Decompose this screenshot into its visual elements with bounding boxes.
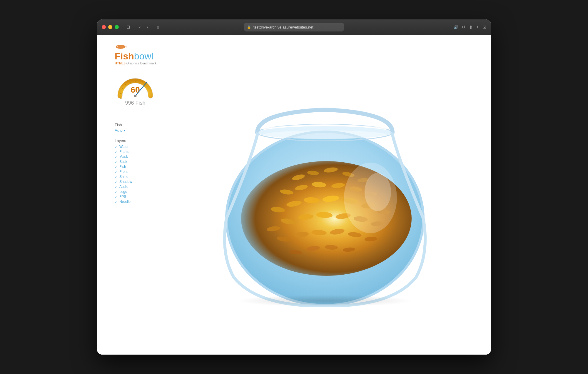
layer-shine-label: Shine	[119, 175, 128, 179]
toolbar-right: 🔊 ↺ ⬆ + ⊡	[454, 24, 486, 30]
layer-item-shine[interactable]: ✓ Shine	[115, 175, 165, 179]
svg-line-7	[120, 98, 122, 99]
fish-icon-area	[115, 44, 165, 51]
layer-frame-label: Frame	[119, 150, 130, 154]
check-needle-icon: ✓	[115, 200, 118, 204]
layer-mask-label: Mask	[119, 155, 128, 159]
fishbowl-svg	[204, 83, 445, 307]
layer-audio-label: Audio	[119, 185, 128, 189]
fish-count-label: 996 Fish	[125, 100, 145, 106]
speedometer-svg: 60 fps	[115, 74, 156, 99]
browser-window: ⊟ ‹ › ⊛ 🔒 testdrive-archive.azurewebsite…	[97, 19, 491, 355]
logo-subtitle: HTML5 Graphics Benchmark	[115, 61, 165, 65]
bowl-shadow	[237, 295, 413, 307]
reload-icon[interactable]: ↺	[462, 25, 465, 29]
layer-item-logo[interactable]: ✓ Logo	[115, 190, 165, 194]
svg-point-59	[365, 173, 391, 211]
layer-item-fish[interactable]: ✓ Fish	[115, 165, 165, 169]
layer-logo-label: Logo	[119, 190, 127, 194]
layer-back-label: Back	[119, 160, 127, 164]
layer-item-front[interactable]: ✓ Front	[115, 170, 165, 174]
check-frame-icon: ✓	[115, 150, 118, 154]
address-bar-wrapper: 🔒 testdrive-archive.azurewebsites.net	[244, 23, 344, 31]
check-fps-icon: ✓	[115, 195, 118, 199]
fish-chevron-icon: ▾	[124, 129, 125, 132]
nav-buttons: ‹ ›	[137, 24, 151, 30]
check-shadow-icon: ✓	[115, 180, 118, 184]
close-button[interactable]	[102, 25, 106, 29]
layer-item-back[interactable]: ✓ Back	[115, 160, 165, 164]
svg-point-2	[117, 46, 118, 47]
minimize-button[interactable]	[108, 25, 112, 29]
logo-area: Fishbowl HTML5 Graphics Benchmark	[115, 44, 165, 65]
check-front-icon: ✓	[115, 170, 118, 174]
layers-section: Layers ✓ Water ✓ Frame ✓ Mask ✓ Back	[115, 138, 165, 205]
fishbowl-container	[204, 83, 445, 307]
check-back-icon: ✓	[115, 160, 118, 164]
svg-point-0	[116, 45, 125, 49]
fish-section: Fish Auto ▾	[115, 123, 165, 133]
check-fish-icon: ✓	[115, 165, 118, 169]
back-button[interactable]: ‹	[137, 24, 143, 30]
layer-item-water[interactable]: ✓ Water	[115, 145, 165, 149]
check-water-icon: ✓	[115, 145, 118, 149]
layer-needle-label: Needle	[119, 200, 131, 204]
layer-item-frame[interactable]: ✓ Frame	[115, 150, 165, 154]
svg-text:60: 60	[131, 85, 140, 94]
new-tab-icon[interactable]: +	[476, 24, 479, 30]
fish-logo-icon	[115, 44, 126, 50]
layer-item-fps[interactable]: ✓ FPS	[115, 195, 165, 199]
share-icon[interactable]: ⬆	[469, 24, 473, 30]
fish-dropdown-value: Auto	[115, 128, 123, 133]
sidebar-toggle-icon[interactable]: ⊟	[125, 24, 132, 30]
logo-html5: HTML5	[115, 61, 126, 65]
svg-point-16	[134, 95, 136, 97]
svg-marker-1	[125, 45, 126, 49]
layer-item-needle[interactable]: ✓ Needle	[115, 200, 165, 204]
shield-icon: ⊛	[156, 25, 160, 29]
fish-dropdown[interactable]: Auto ▾	[115, 128, 165, 133]
fish-section-label: Fish	[115, 123, 165, 127]
layer-item-mask[interactable]: ✓ Mask	[115, 155, 165, 159]
layer-fish-label: Fish	[119, 165, 126, 169]
sidebar: Fishbowl HTML5 Graphics Benchmark	[97, 35, 171, 355]
speedometer-area: 60 fps 996 Fish	[112, 74, 159, 106]
logo-fish: Fish	[115, 51, 134, 61]
check-shine-icon: ✓	[115, 175, 118, 179]
traffic-lights	[102, 25, 119, 29]
logo-subtitle-rest: Graphics Benchmark	[126, 61, 157, 65]
check-mask-icon: ✓	[115, 155, 118, 159]
layer-item-shadow[interactable]: ✓ Shadow	[115, 180, 165, 184]
layer-shadow-label: Shadow	[119, 180, 132, 184]
window-controls: ⊟	[125, 24, 132, 30]
svg-line-8	[120, 94, 122, 94]
layer-item-audio[interactable]: ✓ Audio	[115, 185, 165, 189]
page-content: Fishbowl HTML5 Graphics Benchmark	[97, 35, 491, 355]
title-bar: ⊟ ‹ › ⊛ 🔒 testdrive-archive.azurewebsite…	[97, 19, 491, 35]
forward-button[interactable]: ›	[144, 24, 150, 30]
logo-bowl: bowl	[134, 51, 153, 61]
check-logo-icon: ✓	[115, 190, 118, 194]
layers-title: Layers	[115, 138, 165, 143]
maximize-button[interactable]	[115, 25, 119, 29]
address-bar[interactable]: 🔒 testdrive-archive.azurewebsites.net	[244, 23, 344, 31]
url-text: testdrive-archive.azurewebsites.net	[253, 25, 313, 29]
svg-point-60	[263, 131, 387, 139]
sound-icon[interactable]: 🔊	[454, 25, 458, 29]
lock-icon: 🔒	[247, 25, 251, 29]
layer-front-label: Front	[119, 170, 128, 174]
fishbowl-area	[171, 35, 491, 355]
tab-overview-icon[interactable]: ⊡	[482, 24, 486, 30]
check-audio-icon: ✓	[115, 185, 118, 189]
layer-fps-label: FPS	[119, 195, 126, 199]
layer-water-label: Water	[119, 145, 129, 149]
logo-text: Fishbowl	[115, 51, 165, 61]
